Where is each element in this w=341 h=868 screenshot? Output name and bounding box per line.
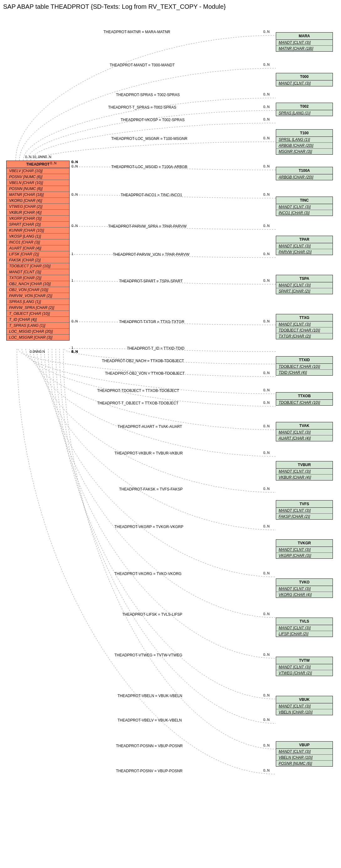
edge-label: THEADPROT-INCO1 = TINC-INCO1 [121,193,182,197]
edge-label: THEADPROT-POSNV = VBUP-POSNR [116,769,182,773]
entity-field: TXTGR [CHAR (2)] [276,333,333,339]
entity-header: TPAR [276,236,333,243]
entity-field: MANDT [CLNT (3)] [276,321,333,328]
cardinality: 1 [72,252,73,256]
entity-field: MANDT [CLNT (3)] [276,81,333,86]
cardinality: 0..N [263,718,269,721]
cardinality: 0..N [263,612,269,616]
entity-field: FAKSP [CHAR (2)] [276,514,333,519]
edge-label: THEADPROT-TXTGR = TTXG-TXTGR [119,319,184,324]
entity-field: TDOBJECT [CHAR (10)] [7,263,69,269]
entity-field: AUART [CHAR (4)] [276,435,333,441]
cardinality: 0..N [263,136,269,140]
cardinality: 0..N [263,388,269,392]
entity-field: INCO1 [CHAR (3)] [7,240,69,245]
entity-header: TSPA [276,275,333,282]
entity-field: SPRAS [LANG (1)] [276,110,333,116]
entity-field: FAKSK [CHAR (2)] [7,257,69,263]
entity-header: T100 [276,130,333,137]
cardinality: 0..N [263,224,269,227]
cardinality: 0..N [72,350,78,353]
cardinality: 0..N [263,63,269,66]
cardinality: 0..N [263,117,269,121]
cardinality: 0..N [263,252,269,256]
edge-label: THEADPROT-VBELN = VBUK-VBELN [117,694,182,698]
cardinality: 0..N [263,192,269,196]
edge-label: THEADPROT-PARVW_SPRA = TPAR-PARVW [108,224,187,228]
cardinality: 0..N [72,224,78,227]
entity-field: VBELN [CHAR (10)] [276,755,333,761]
entity-field: PARVW [CHAR (2)] [276,249,333,255]
entity-field: ARBGB [CHAR (20)] [276,143,333,149]
edge-label: THEADPROT-SPRAS = T002-SPRAS [116,93,180,97]
entity-field: VTWEG [CHAR (2)] [7,204,69,210]
entity-header: TTXG [276,314,333,321]
entity-tvak: TVAKMANDT [CLNT (3)]AUART [CHAR (4)] [276,422,333,441]
entity-field: T_ID [CHAR (4)] [7,317,69,323]
entity-header: MARA [276,33,333,40]
edge-label: THEADPROT-VBELV = VBUK-VBELN [117,718,182,722]
entity-header: TVBUR [276,461,333,469]
edge-label: THEADPROT-POSNN = VBUP-POSNR [116,744,183,748]
cardinality: 0..N [263,524,269,528]
card-bottom-cluster: 0.0NN0.N [30,350,45,353]
entity-tinc: TINCMANDT [CLNT (3)]INCO1 [CHAR (3)] [276,196,333,216]
entity-field: OBJ_NACH [CHAR (10)] [7,281,69,287]
entity-ttxob: TTXOBTDOBJECT [CHAR (10)] [276,392,333,406]
edge-label: THEADPROT-FAKSK = TVFS-FAKSP [119,487,183,491]
entity-field: VBELN [CHAR (10)] [276,709,333,715]
entity-header: TTXOB [276,393,333,400]
card-top-on: 0..N [50,161,56,165]
entity-field: MANDT [CLNT (3)] [7,269,69,275]
edge-label: THEADPROT-LOC_MSGID = T100A-ARBGB [111,165,188,169]
entity-field: MANDT [CLNT (3)] [276,586,333,592]
entity-header: VBUP [276,742,333,749]
entity-header: T002 [276,103,333,110]
entity-field: MANDT [CLNT (3)] [276,664,333,670]
entity-field: TDOBJECT [CHAR (10)] [276,364,333,370]
entity-field: MANDT [CLNT (3)] [276,204,333,210]
entity-field: SPART [CHAR (2)] [276,288,333,294]
entity-tpar: TPARMANDT [CLNT (3)]PARVW [CHAR (2)] [276,236,333,255]
entity-tvkgr: TVKGRMANDT [CLNT (3)]VKGRP [CHAR (3)] [276,539,333,559]
entity-field: MANDT [CLNT (3)] [276,749,333,755]
entity-ttxg: TTXGMANDT [CLNT (3)]TDOBJECT [CHAR (10)]… [276,314,333,339]
cardinality: 0..N [263,769,269,772]
entity-field: MANDT [CLNT (3)] [276,547,333,553]
edge-label: THEADPROT-TDOBJECT = TTXOB-TDOBJECT [97,389,179,393]
cardinality: 0..N [263,693,269,697]
entity-field: LOC_MSGID [CHAR (20)] [7,329,69,335]
card-top-cluster: 0..N 10..0NN0..N [25,155,51,159]
entity-t002: T002SPRAS [LANG (1)] [276,103,333,116]
entity-field: POSNR [NUMC (6)] [276,761,333,766]
entity-field: MANDT [CLNT (3)] [276,625,333,631]
cardinality: 0..N [263,653,269,656]
entity-ttxid: TTXIDTDOBJECT [CHAR (10)]TDID [CHAR (4)] [276,356,333,376]
entity-header: T000 [276,73,333,81]
cardinality: 0..N [263,424,269,428]
entity-field: AUART [CHAR (4)] [7,245,69,251]
cardinality: 0..N [263,451,269,455]
edge-label: THEADPROT-MANDT = T000-MANDT [110,63,175,67]
cardinality: 0..N [263,571,269,575]
entity-header: TVKGR [276,540,333,547]
cardinality: 0..N [263,279,269,282]
entity-header: TVLS [276,618,333,625]
entity-field: VKBUR [CHAR (4)] [276,474,333,480]
edge-label: THEADPROT-VKORG = TVKO-VKORG [114,571,181,576]
cardinality: 1 [72,279,73,282]
edge-label: THEADPROT-VKOSP = T002-SPRAS [121,118,184,122]
edge-label: THEADPROT-PARVW_VON = TPAR-PARVW [113,252,189,257]
entity-field: TDID [CHAR (4)] [276,370,333,375]
entity-field: VTWEG [CHAR (2)] [276,670,333,676]
entity-header: TVTW [276,657,333,664]
entity-tspa: TSPAMANDT [CLNT (3)]SPART [CHAR (2)] [276,275,333,294]
cardinality: 0..N [263,401,269,404]
entity-field: MANDT [CLNT (3)] [276,430,333,435]
entity-vbuk: VBUKMANDT [CLNT (3)]VBELN [CHAR (10)] [276,696,333,715]
entity-field: LIFSK [CHAR (2)] [7,251,69,257]
entity-field: MANDT [CLNT (3)] [276,469,333,474]
entity-mara: MARAMANDT [CLNT (3)]MATNR [CHAR (18)] [276,32,333,52]
cardinality: 0..N [263,105,269,108]
entity-header: TVKO [276,579,333,586]
